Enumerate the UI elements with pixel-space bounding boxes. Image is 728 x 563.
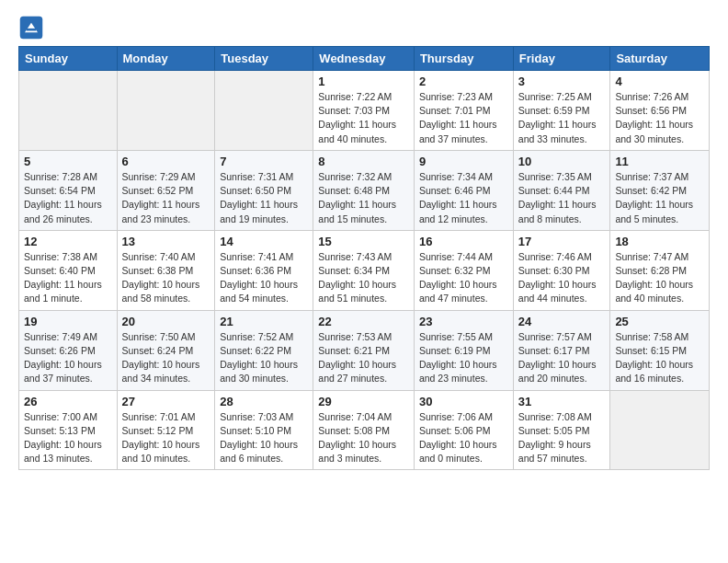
day-info: Sunrise: 7:04 AM Sunset: 5:08 PM Dayligh… (318, 410, 409, 466)
day-info: Sunrise: 7:53 AM Sunset: 6:21 PM Dayligh… (318, 330, 409, 386)
calendar-cell: 16Sunrise: 7:44 AM Sunset: 6:32 PM Dayli… (414, 230, 513, 310)
day-number: 21 (220, 315, 308, 328)
day-number: 22 (318, 315, 409, 328)
calendar-cell: 24Sunrise: 7:57 AM Sunset: 6:17 PM Dayli… (513, 310, 610, 390)
day-info: Sunrise: 7:58 AM Sunset: 6:15 PM Dayligh… (615, 330, 704, 386)
calendar-cell: 9Sunrise: 7:34 AM Sunset: 6:46 PM Daylig… (414, 150, 513, 230)
day-number: 13 (122, 235, 210, 248)
calendar-cell: 30Sunrise: 7:06 AM Sunset: 5:06 PM Dayli… (414, 390, 513, 470)
weekday-header-tuesday: Tuesday (215, 47, 313, 71)
day-info: Sunrise: 7:31 AM Sunset: 6:50 PM Dayligh… (220, 170, 308, 226)
calendar-cell: 15Sunrise: 7:43 AM Sunset: 6:34 PM Dayli… (313, 230, 415, 310)
day-number: 31 (518, 395, 606, 408)
day-number: 2 (419, 75, 508, 88)
calendar-cell: 23Sunrise: 7:55 AM Sunset: 6:19 PM Dayli… (414, 310, 513, 390)
calendar-cell: 3Sunrise: 7:25 AM Sunset: 6:59 PM Daylig… (513, 71, 610, 151)
day-info: Sunrise: 7:38 AM Sunset: 6:40 PM Dayligh… (24, 250, 112, 306)
calendar-cell: 29Sunrise: 7:04 AM Sunset: 5:08 PM Dayli… (313, 390, 415, 470)
calendar-cell (215, 71, 313, 151)
page: SundayMondayTuesdayWednesdayThursdayFrid… (0, 0, 728, 485)
weekday-header-sunday: Sunday (19, 47, 118, 71)
day-number: 10 (518, 155, 606, 168)
day-number: 14 (220, 235, 308, 248)
day-number: 25 (615, 315, 704, 328)
day-info: Sunrise: 7:50 AM Sunset: 6:24 PM Dayligh… (122, 330, 210, 386)
day-info: Sunrise: 7:49 AM Sunset: 6:26 PM Dayligh… (24, 330, 112, 386)
day-info: Sunrise: 7:37 AM Sunset: 6:42 PM Dayligh… (615, 170, 704, 226)
calendar-cell: 20Sunrise: 7:50 AM Sunset: 6:24 PM Dayli… (117, 310, 215, 390)
calendar-cell: 28Sunrise: 7:03 AM Sunset: 5:10 PM Dayli… (215, 390, 313, 470)
day-info: Sunrise: 7:47 AM Sunset: 6:28 PM Dayligh… (615, 250, 704, 306)
calendar-cell: 11Sunrise: 7:37 AM Sunset: 6:42 PM Dayli… (610, 150, 710, 230)
calendar-cell: 26Sunrise: 7:00 AM Sunset: 5:13 PM Dayli… (19, 390, 118, 470)
day-number: 30 (419, 395, 508, 408)
calendar-cell: 17Sunrise: 7:46 AM Sunset: 6:30 PM Dayli… (513, 230, 610, 310)
week-row-2: 5Sunrise: 7:28 AM Sunset: 6:54 PM Daylig… (19, 150, 710, 230)
weekday-header-monday: Monday (117, 47, 215, 71)
day-info: Sunrise: 7:52 AM Sunset: 6:22 PM Dayligh… (220, 330, 308, 386)
day-number: 7 (220, 155, 308, 168)
day-info: Sunrise: 7:55 AM Sunset: 6:19 PM Dayligh… (419, 330, 508, 386)
calendar-cell (610, 390, 710, 470)
calendar-cell: 4Sunrise: 7:26 AM Sunset: 6:56 PM Daylig… (610, 71, 710, 151)
logo-icon (18, 15, 44, 40)
day-info: Sunrise: 7:00 AM Sunset: 5:13 PM Dayligh… (24, 410, 112, 466)
svg-rect-2 (27, 29, 37, 31)
day-info: Sunrise: 7:41 AM Sunset: 6:36 PM Dayligh… (220, 250, 308, 306)
weekday-header-wednesday: Wednesday (313, 47, 415, 71)
day-number: 26 (24, 395, 112, 408)
calendar-cell: 6Sunrise: 7:29 AM Sunset: 6:52 PM Daylig… (117, 150, 215, 230)
calendar-cell: 1Sunrise: 7:22 AM Sunset: 7:03 PM Daylig… (313, 71, 415, 151)
day-number: 6 (122, 155, 210, 168)
day-info: Sunrise: 7:01 AM Sunset: 5:12 PM Dayligh… (122, 410, 210, 466)
day-number: 16 (419, 235, 508, 248)
calendar-cell: 19Sunrise: 7:49 AM Sunset: 6:26 PM Dayli… (19, 310, 118, 390)
weekday-header-saturday: Saturday (610, 47, 710, 71)
calendar-cell: 2Sunrise: 7:23 AM Sunset: 7:01 PM Daylig… (414, 71, 513, 151)
calendar-cell: 18Sunrise: 7:47 AM Sunset: 6:28 PM Dayli… (610, 230, 710, 310)
week-row-5: 26Sunrise: 7:00 AM Sunset: 5:13 PM Dayli… (19, 390, 710, 470)
day-info: Sunrise: 7:32 AM Sunset: 6:48 PM Dayligh… (318, 170, 409, 226)
day-info: Sunrise: 7:03 AM Sunset: 5:10 PM Dayligh… (220, 410, 308, 466)
day-number: 28 (220, 395, 308, 408)
day-number: 11 (615, 155, 704, 168)
day-info: Sunrise: 7:34 AM Sunset: 6:46 PM Dayligh… (419, 170, 508, 226)
calendar-cell (19, 71, 118, 151)
weekday-header-row: SundayMondayTuesdayWednesdayThursdayFrid… (19, 47, 710, 71)
logo (18, 15, 48, 40)
calendar-cell: 14Sunrise: 7:41 AM Sunset: 6:36 PM Dayli… (215, 230, 313, 310)
day-info: Sunrise: 7:44 AM Sunset: 6:32 PM Dayligh… (419, 250, 508, 306)
header (18, 15, 710, 40)
day-info: Sunrise: 7:26 AM Sunset: 6:56 PM Dayligh… (615, 90, 704, 146)
day-number: 24 (518, 315, 606, 328)
calendar-cell: 31Sunrise: 7:08 AM Sunset: 5:05 PM Dayli… (513, 390, 610, 470)
day-number: 5 (24, 155, 112, 168)
day-info: Sunrise: 7:28 AM Sunset: 6:54 PM Dayligh… (24, 170, 112, 226)
day-number: 18 (615, 235, 704, 248)
day-info: Sunrise: 7:40 AM Sunset: 6:38 PM Dayligh… (122, 250, 210, 306)
day-info: Sunrise: 7:57 AM Sunset: 6:17 PM Dayligh… (518, 330, 606, 386)
day-number: 8 (318, 155, 409, 168)
day-number: 20 (122, 315, 210, 328)
day-number: 19 (24, 315, 112, 328)
day-number: 27 (122, 395, 210, 408)
calendar-cell: 25Sunrise: 7:58 AM Sunset: 6:15 PM Dayli… (610, 310, 710, 390)
weekday-header-friday: Friday (513, 47, 610, 71)
day-info: Sunrise: 7:29 AM Sunset: 6:52 PM Dayligh… (122, 170, 210, 226)
day-info: Sunrise: 7:06 AM Sunset: 5:06 PM Dayligh… (419, 410, 508, 466)
calendar-cell: 10Sunrise: 7:35 AM Sunset: 6:44 PM Dayli… (513, 150, 610, 230)
day-number: 1 (318, 75, 409, 88)
day-number: 23 (419, 315, 508, 328)
week-row-3: 12Sunrise: 7:38 AM Sunset: 6:40 PM Dayli… (19, 230, 710, 310)
calendar-cell: 27Sunrise: 7:01 AM Sunset: 5:12 PM Dayli… (117, 390, 215, 470)
calendar: SundayMondayTuesdayWednesdayThursdayFrid… (18, 46, 710, 470)
day-number: 15 (318, 235, 409, 248)
day-number: 29 (318, 395, 409, 408)
day-info: Sunrise: 7:23 AM Sunset: 7:01 PM Dayligh… (419, 90, 508, 146)
calendar-cell (117, 71, 215, 151)
day-info: Sunrise: 7:43 AM Sunset: 6:34 PM Dayligh… (318, 250, 409, 306)
day-info: Sunrise: 7:08 AM Sunset: 5:05 PM Dayligh… (518, 410, 606, 466)
week-row-4: 19Sunrise: 7:49 AM Sunset: 6:26 PM Dayli… (19, 310, 710, 390)
day-info: Sunrise: 7:22 AM Sunset: 7:03 PM Dayligh… (318, 90, 409, 146)
calendar-cell: 13Sunrise: 7:40 AM Sunset: 6:38 PM Dayli… (117, 230, 215, 310)
